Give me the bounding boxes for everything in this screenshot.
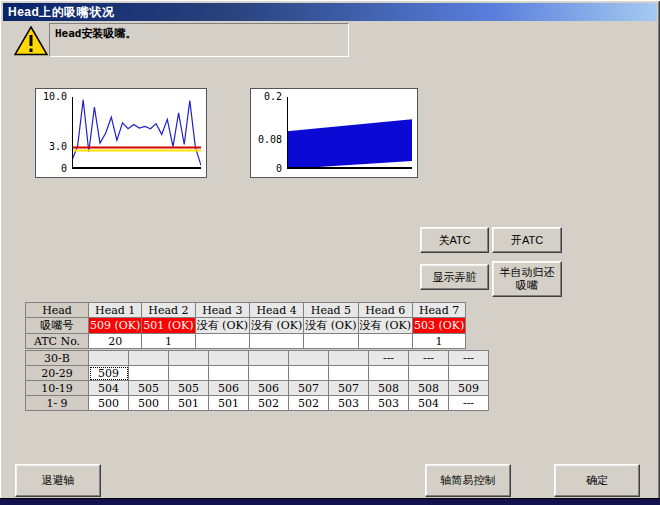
row-label: Head — [26, 303, 89, 318]
station-cell[interactable]: --- — [449, 396, 489, 411]
y-tick-label: 0.08 — [251, 134, 282, 145]
station-cell[interactable]: 507 — [329, 381, 369, 396]
title-bar: Head上的吸嘴状况 — [3, 3, 657, 21]
station-cell[interactable]: 506 — [209, 381, 249, 396]
head-column-header: Head 5 — [304, 303, 358, 318]
station-cell[interactable]: 502 — [249, 396, 289, 411]
station-cell[interactable] — [129, 366, 169, 381]
station-cell[interactable] — [209, 351, 249, 366]
station-cell[interactable]: 506 — [249, 381, 289, 396]
head-status-cell — [249, 334, 303, 349]
axis-simple-control-button[interactable]: 轴简易控制 — [425, 464, 511, 497]
station-cell[interactable] — [209, 366, 249, 381]
station-cell[interactable]: 502 — [289, 396, 329, 411]
window-title: Head上的吸嘴状况 — [8, 5, 114, 19]
station-row-label: 30-B — [26, 351, 89, 366]
station-cell[interactable] — [329, 366, 369, 381]
station-cell[interactable]: 509 — [449, 381, 489, 396]
y-tick-label: 0.2 — [251, 91, 282, 102]
nozzle-station-table: 30-B---------20-2950910-1950450550550650… — [25, 350, 489, 411]
head-column-header: Head 3 — [195, 303, 249, 318]
screen-edge-strip — [0, 498, 660, 505]
head-status-cell — [195, 334, 249, 349]
y-tick-label: 0 — [251, 163, 282, 174]
station-cell[interactable]: 501 — [169, 396, 209, 411]
station-cell[interactable]: 509 — [89, 366, 129, 381]
data-band-area — [287, 119, 412, 169]
y-tick-label: 3.0 — [36, 141, 67, 152]
station-cell[interactable] — [169, 366, 209, 381]
station-cell[interactable] — [249, 366, 289, 381]
line-chart-svg — [72, 97, 201, 169]
head-status-cell: 没有 (OK) — [249, 318, 303, 334]
station-cell[interactable] — [89, 351, 129, 366]
station-cell[interactable]: --- — [409, 351, 449, 366]
station-cell[interactable]: 505 — [169, 381, 209, 396]
line-chart-plot-area — [72, 97, 201, 169]
y-tick-label: 0 — [36, 163, 67, 174]
data-series-line — [72, 100, 201, 165]
retract-axis-button[interactable]: 退避轴 — [15, 464, 101, 497]
station-row-label: 20-29 — [26, 366, 89, 381]
head-status-cell: 没有 (OK) — [358, 318, 412, 334]
station-cell[interactable] — [329, 351, 369, 366]
station-row-label: 1- 9 — [26, 396, 89, 411]
head-column-header: Head 2 — [142, 303, 195, 318]
row-label: 吸嘴号 — [26, 318, 89, 334]
station-cell[interactable]: 503 — [369, 396, 409, 411]
head-status-cell — [304, 334, 358, 349]
station-cell[interactable]: 500 — [89, 396, 129, 411]
message-text: Head安装吸嘴。 — [55, 27, 137, 40]
station-cell[interactable] — [289, 366, 329, 381]
head-status-cell: 503 (OK) — [412, 318, 465, 334]
head-column-header: Head 6 — [358, 303, 412, 318]
station-cell[interactable]: 500 — [129, 396, 169, 411]
station-cell[interactable]: 503 — [329, 396, 369, 411]
station-cell[interactable] — [369, 366, 409, 381]
head-column-header: Head 1 — [89, 303, 142, 318]
head-status-cell: 501 (OK) — [142, 318, 195, 334]
head-status-cell: 1 — [412, 334, 465, 349]
head-column-header: Head 4 — [249, 303, 303, 318]
message-panel: Head安装吸嘴。 — [49, 23, 349, 57]
station-cell[interactable] — [129, 351, 169, 366]
head-status-cell: 20 — [89, 334, 142, 349]
head-column-header: Head 7 — [412, 303, 465, 318]
atc-on-button[interactable]: 开ATC — [492, 227, 562, 253]
head-status-cell: 没有 (OK) — [304, 318, 358, 334]
head-status-cell: 没有 (OK) — [195, 318, 249, 334]
station-cell[interactable]: 508 — [369, 381, 409, 396]
head-status-cell — [358, 334, 412, 349]
station-cell[interactable] — [409, 366, 449, 381]
area-chart-svg — [287, 97, 412, 169]
row-label: ATC No. — [26, 334, 89, 349]
station-cell[interactable] — [289, 351, 329, 366]
station-cell[interactable] — [249, 351, 289, 366]
y-tick-label: 10.0 — [36, 91, 67, 102]
area-chart-panel: 00.080.2 — [250, 88, 418, 178]
station-cell[interactable]: 507 — [289, 381, 329, 396]
area-chart-plot-area — [287, 97, 412, 169]
station-row-label: 10-19 — [26, 381, 89, 396]
dialog-head-nozzle-status: Head上的吸嘴状况 Head安装吸嘴。 03.010.0 00.080.2 关… — [0, 0, 660, 505]
ok-button[interactable]: 确定 — [554, 464, 640, 497]
head-nozzle-table: HeadHead 1Head 2Head 3Head 4Head 5Head 6… — [25, 302, 466, 349]
head-status-cell: 509 (OK) — [89, 318, 142, 334]
station-cell[interactable]: 505 — [129, 381, 169, 396]
station-cell[interactable]: --- — [369, 351, 409, 366]
station-cell[interactable]: --- — [449, 351, 489, 366]
station-cell[interactable]: 504 — [409, 396, 449, 411]
station-cell[interactable]: 501 — [209, 396, 249, 411]
warning-icon — [14, 26, 48, 56]
atc-off-button[interactable]: 关ATC — [420, 227, 489, 253]
station-cell[interactable]: 504 — [89, 381, 129, 396]
station-cell[interactable]: 508 — [409, 381, 449, 396]
semi-auto-return-nozzle-button[interactable]: 半自动归还吸嘴 — [492, 261, 562, 297]
station-cell[interactable] — [449, 366, 489, 381]
line-chart-panel: 03.010.0 — [35, 88, 207, 178]
head-status-cell: 1 — [142, 334, 195, 349]
show-dirty-button[interactable]: 显示弄脏 — [420, 264, 489, 290]
station-cell[interactable] — [169, 351, 209, 366]
